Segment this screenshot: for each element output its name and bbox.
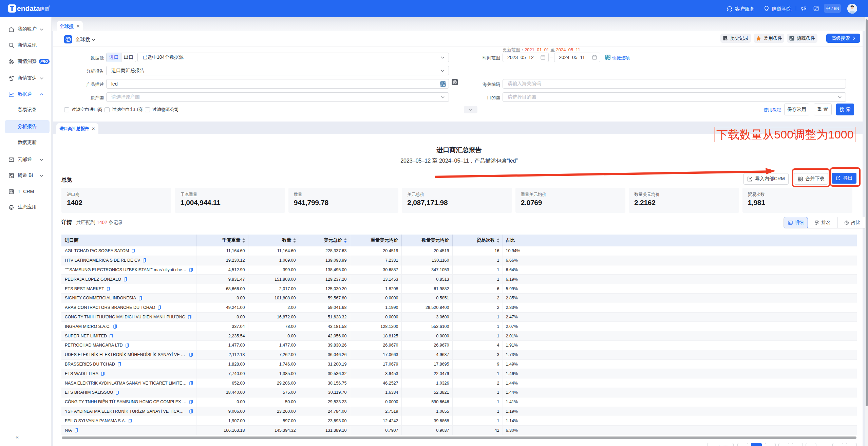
svg-text:®: ®	[49, 5, 50, 8]
svg-text:endata: endata	[17, 4, 40, 12]
svg-text:腾道: 腾道	[40, 6, 49, 12]
svg-text:A: A	[443, 83, 445, 86]
svg-text:BI: BI	[11, 175, 13, 178]
